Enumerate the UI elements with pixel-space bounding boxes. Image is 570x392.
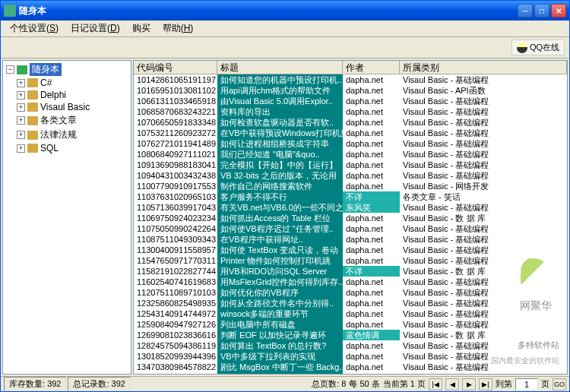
cell-author: dapha.net: [343, 287, 400, 298]
cell-title: 完全模拟【开始】中的【运行】: [217, 160, 343, 170]
table-row[interactable]: 10762721011941489如何让进程相组桥挨成字符串dapha.netV…: [134, 138, 567, 149]
menu-diary[interactable]: 日记设置(D): [65, 21, 126, 36]
tree-collapse-icon[interactable]: −: [6, 65, 14, 74]
tree-node-2[interactable]: +Visaul Basic: [15, 101, 129, 113]
table-row[interactable]: 11057136039917043有关VB.net与VB6.0的一些不同之处东风…: [134, 202, 567, 213]
table-row[interactable]: 13018520993944396VB中多级下拉列表的实现dapha.netVi…: [134, 351, 567, 362]
cell-author: dapha.net: [343, 117, 400, 128]
first-page-button[interactable]: |◀: [429, 378, 442, 390]
cell-title: 判断 EOF 以加快记录寻遍环: [217, 330, 343, 340]
tree-node-0[interactable]: +C#: [15, 77, 129, 89]
col-code-header[interactable]: 代码编号: [134, 61, 217, 74]
tree-expand-icon[interactable]: +: [17, 103, 25, 112]
cell-title: 列出电脑中所有磁盘: [217, 319, 343, 330]
cell-author: dapha.net: [343, 96, 400, 106]
table-row[interactable]: 10913690988183041完全模拟【开始】中的【运行】dapha.net…: [134, 160, 567, 170]
table-row[interactable]: 10165951013081102用api调用chm格式的帮助文件dapha.n…: [134, 85, 567, 96]
per-page-label: 每 50 条: [349, 378, 379, 390]
cell-title: Printer 物件如何控制打印机跳: [217, 255, 343, 266]
tree-node-1[interactable]: +Delphi: [15, 89, 129, 101]
cell-category: Visaul Basic - 基础编程: [400, 202, 567, 213]
cell-title: 如何优化你的VB程序: [217, 287, 343, 298]
table-row[interactable]: 10753211260923272在VB中获得预设Windows打印机里daph…: [134, 128, 567, 138]
cell-category: Visaul Basic - 基础编程: [400, 117, 567, 128]
table-body[interactable]: 10142861065191197如何知道您的机器中预设打印机..dapha.n…: [134, 74, 567, 374]
cell-category: Visaul Basic - 基础编程: [400, 255, 567, 266]
folder-icon: [27, 90, 38, 100]
col-title-header[interactable]: 标题: [217, 61, 343, 74]
table-row[interactable]: 11007790910917553制作自己的网络搜索软件dapha.netVis…: [134, 181, 567, 191]
table-row[interactable]: 12824575094386119如何算出 TextBox 的总行数?dapha…: [134, 340, 567, 351]
tree-panel[interactable]: − 随身本 +C#+Delphi+Visaul Basic+各类文章+法律法规+…: [2, 60, 131, 375]
table-row[interactable]: 11087511049309343在VB程序中获得网址..dapha.netVi…: [134, 234, 567, 245]
tree-expand-icon[interactable]: +: [17, 116, 25, 125]
folder-icon: [27, 144, 38, 153]
menu-personality[interactable]: 个性设置(S): [4, 21, 65, 36]
table-row[interactable]: 11582191022827744用VB和RDO访问SQL Server不详Vi…: [134, 266, 567, 277]
tree-node-label: SQL: [40, 143, 59, 153]
tree-expand-icon[interactable]: +: [17, 91, 25, 100]
menu-help[interactable]: 帮助(H): [157, 21, 200, 36]
table-row[interactable]: 10142861065191197如何知道您的机器中预设打印机..dapha.n…: [134, 74, 567, 85]
cell-code: 10685870683243221: [134, 106, 217, 117]
cell-author: dapha.net: [343, 85, 400, 96]
close-button[interactable]: ✕: [551, 4, 566, 17]
cell-code: 10661311033465918: [134, 96, 217, 106]
table-row[interactable]: 11602540741619683用MsFlexGrid控件如何得到库存..da…: [134, 277, 567, 287]
tree-node-4[interactable]: +法律法规: [15, 128, 129, 142]
app-icon: [4, 5, 16, 17]
table-row[interactable]: 12699081023836616判断 EOF 以加快记录寻遍环蓝色情调Visa…: [134, 330, 567, 340]
cell-title: 资料库的导出: [217, 106, 343, 117]
table-row[interactable]: 12325860825498935如何从全路径文件名中分别得..dapha.ne…: [134, 298, 567, 308]
cell-category: Visaul Basic - 基础编程: [400, 106, 567, 117]
table-row[interactable]: 11300400911558957如何使 TextBox 变成只读，卷动daph…: [134, 245, 567, 255]
cell-title: 如何算出 TextBox 的总行数?: [217, 340, 343, 351]
table-row[interactable]: 10706650591833348如何检查软盘驱动器是否有软..dapha.ne…: [134, 117, 567, 128]
table-row[interactable]: 11547650971770311Printer 物件如何控制打印机跳dapha…: [134, 255, 567, 266]
tree-node-3[interactable]: +各类文章: [15, 113, 129, 128]
last-page-button[interactable]: ▶|: [479, 378, 492, 390]
tree-root[interactable]: − 随身本: [5, 62, 129, 77]
table-row[interactable]: 13494311020908307实际画图中各柱位资料dapha.netVisa…: [134, 372, 567, 374]
cell-category: Visaul Basic - 基础编程: [400, 149, 567, 160]
cell-title: 有关VB.net与VB6.0的一些不同之处: [217, 202, 343, 213]
cell-code: 10762721011941489: [134, 138, 217, 149]
cell-author: dapha.net: [343, 319, 400, 330]
table-row[interactable]: 10940431003432438VB 32-bits 之后的版本，无论用dap…: [134, 170, 567, 181]
toolbar: QQ在线: [1, 37, 569, 58]
cell-author: 不详: [343, 191, 400, 202]
table-row[interactable]: 13470380984578822剧比 MsgBox 中断丁一些 Backg..…: [134, 362, 567, 372]
col-author-header[interactable]: 作者: [343, 61, 400, 74]
cell-code: 11547650971770311: [134, 255, 217, 266]
menu-buy[interactable]: 购买: [126, 21, 157, 36]
table-row[interactable]: 10685870683243221资料库的导出dapha.netVisaul B…: [134, 106, 567, 117]
cell-title: 我们已经知道 "电脑"&quo..: [217, 149, 343, 160]
maximize-button[interactable]: □: [534, 4, 549, 17]
tree-node-5[interactable]: +SQL: [15, 142, 129, 154]
cell-code: 11075050990242264: [134, 223, 217, 234]
tree-expand-icon[interactable]: +: [17, 144, 25, 153]
table-row[interactable]: 11075050990242264如何使VB程序迟过 "任务管理..dapha.…: [134, 223, 567, 234]
table-row[interactable]: 10806840927111021我们已经知道 "电脑"&quo..dapha.…: [134, 149, 567, 160]
goto-page-input[interactable]: [515, 378, 538, 390]
table-row[interactable]: 11069750924023234如何抓出Access的 Table 栏位dap…: [134, 213, 567, 223]
cell-author: dapha.net: [343, 298, 400, 308]
cell-code: 11602540741619683: [134, 277, 217, 287]
tree-expand-icon[interactable]: +: [17, 131, 25, 139]
table-row[interactable]: 12543140914744972winsock多端的重要环节dapha.net…: [134, 308, 567, 319]
cell-title: 制作自己的网络搜索软件: [217, 181, 343, 191]
titlebar[interactable]: 随身本 ─ □ ✕: [1, 1, 569, 21]
table-row[interactable]: 10661311033465918由Visual Basic 5.0调用Expl…: [134, 96, 567, 106]
next-page-button[interactable]: ▶: [462, 378, 476, 390]
prev-page-button[interactable]: ◀: [445, 378, 459, 390]
tree-expand-icon[interactable]: +: [17, 79, 25, 87]
table-row[interactable]: 11207511089710103如何优化你的VB程序dapha.netVisa…: [134, 287, 567, 298]
go-button[interactable]: GO: [553, 378, 566, 390]
table-row[interactable]: 11037631020965103客户服务不得不行不详各类文章 - 笑话: [134, 191, 567, 202]
cell-code: 11069750924023234: [134, 213, 217, 223]
minimize-button[interactable]: ─: [518, 4, 533, 17]
qq-online-button[interactable]: QQ在线: [511, 40, 565, 55]
cell-category: Visaul Basic - 基础编程: [400, 74, 567, 85]
col-category-header[interactable]: 所属类别: [400, 61, 567, 74]
table-row[interactable]: 12590840947927126列出电脑中所有磁盘dapha.netVisau…: [134, 319, 567, 330]
